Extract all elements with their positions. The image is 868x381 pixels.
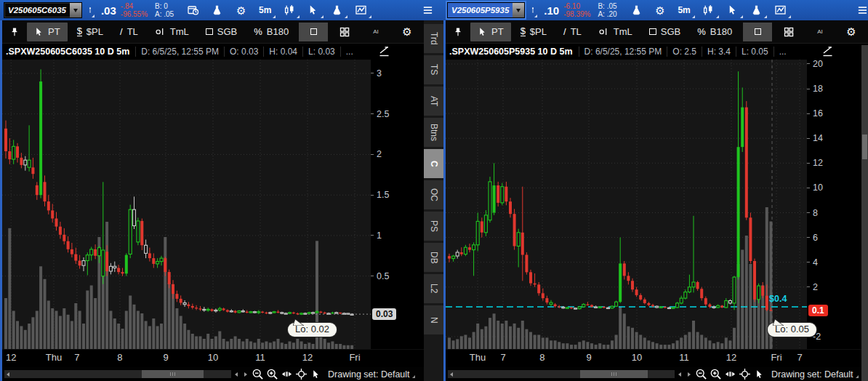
time-tick-label: 11 bbox=[679, 352, 689, 363]
sidebar-tab-at[interactable]: AT bbox=[424, 87, 443, 116]
flask-button[interactable] bbox=[205, 1, 229, 20]
time-scrollbar[interactable] bbox=[448, 370, 675, 378]
vertical-scrollbar-thumb[interactable] bbox=[862, 135, 867, 159]
candlestick-chart bbox=[446, 60, 807, 349]
chart-plot-area[interactable]: $0.4Lo: 0.05 bbox=[446, 60, 807, 349]
draw-tool-b180-button[interactable]: %B180 bbox=[246, 23, 296, 41]
price-axis[interactable]: 2018161412108642-20.1 bbox=[807, 60, 861, 349]
cursor-small-button[interactable] bbox=[752, 368, 766, 380]
chart-plot-area[interactable]: Lo: 0.02 bbox=[2, 60, 371, 349]
maximize-button[interactable] bbox=[299, 23, 328, 41]
step-right-button[interactable] bbox=[241, 369, 250, 379]
fit-button[interactable] bbox=[279, 368, 294, 380]
pin-toolbar-button[interactable] bbox=[446, 23, 470, 41]
gear-button[interactable]: ⚙ bbox=[837, 23, 866, 41]
draw-tool-tml-button[interactable]: TmL bbox=[591, 23, 640, 41]
sidebar-tab-c[interactable]: C bbox=[424, 149, 443, 178]
studies-flask-button[interactable] bbox=[325, 1, 349, 20]
cursor-small-button[interactable] bbox=[308, 368, 323, 380]
draw-tool-pl-button[interactable]: $$PL bbox=[513, 23, 554, 41]
step-left-button[interactable] bbox=[675, 369, 684, 379]
sidebar-tab-trd[interactable]: Trd bbox=[424, 24, 443, 53]
ohlc-field: ... bbox=[773, 47, 792, 57]
time-axis[interactable]: Thu789101112Fri7 bbox=[446, 349, 868, 367]
draw-tool-sgb-button[interactable]: SGB bbox=[642, 23, 688, 41]
patterns-button[interactable] bbox=[349, 1, 373, 20]
studies-flask-button[interactable] bbox=[744, 1, 768, 20]
draw-tool-b180-button[interactable]: %B180 bbox=[690, 23, 739, 41]
drawing-set-selector[interactable]: Drawing set: Default bbox=[771, 369, 860, 380]
calendar-clock-button[interactable] bbox=[181, 1, 205, 20]
zoom-out-button[interactable] bbox=[250, 368, 265, 380]
drawing-set-selector[interactable]: Drawing set: Default bbox=[328, 369, 417, 380]
price-axis[interactable]: 32.521.510.50.03 bbox=[371, 60, 424, 349]
grid4-button[interactable] bbox=[330, 23, 359, 41]
crosshair-icon bbox=[739, 368, 751, 380]
flask-button[interactable] bbox=[624, 1, 648, 20]
zoom-controls bbox=[250, 368, 323, 380]
cursor-tool-button[interactable] bbox=[301, 1, 325, 20]
time-scrollbar[interactable] bbox=[4, 370, 231, 378]
menu-button[interactable] bbox=[416, 1, 440, 20]
ai-button[interactable]: AI bbox=[805, 23, 835, 41]
sidebar-tab-ps[interactable]: PS bbox=[424, 212, 443, 241]
symbol-link-button[interactable] bbox=[84, 1, 96, 19]
studies-flask-icon bbox=[751, 4, 762, 16]
symbol-value[interactable]: V250605P5935 bbox=[448, 3, 513, 17]
symbol-dropdown-button[interactable] bbox=[70, 3, 81, 17]
symbol-dropdown-button[interactable] bbox=[513, 3, 524, 17]
fit-icon bbox=[281, 369, 293, 380]
gear-button[interactable]: ⚙ bbox=[393, 23, 422, 41]
symbol-input[interactable]: V250605P5935 bbox=[447, 2, 525, 18]
zoom-in-button[interactable] bbox=[708, 368, 723, 380]
draw-tool-pt-button[interactable]: PT bbox=[27, 23, 68, 41]
slash-icon: / bbox=[563, 26, 566, 37]
scrollbar-thumb[interactable] bbox=[580, 370, 648, 378]
candle-type-button[interactable] bbox=[696, 1, 720, 20]
time-tick-label: Fri bbox=[349, 352, 360, 363]
draw-tool-tl-button[interactable]: /TL bbox=[113, 23, 145, 41]
step-right-button[interactable] bbox=[684, 369, 694, 379]
maximize-button[interactable] bbox=[743, 23, 772, 41]
price-tick-label: 1.5 bbox=[371, 190, 389, 200]
scroll-left-icon[interactable] bbox=[450, 372, 453, 377]
step-left-button[interactable] bbox=[231, 369, 241, 379]
sidebar-tab-l2[interactable]: L2 bbox=[424, 274, 443, 303]
draw-tool-tl-button[interactable]: /TL bbox=[556, 23, 589, 41]
pin-toolbar-button[interactable] bbox=[2, 23, 27, 41]
gear-button[interactable]: ⚙ bbox=[648, 1, 672, 20]
symbol-link-button[interactable] bbox=[527, 1, 539, 19]
zoom-in-button[interactable] bbox=[265, 368, 279, 380]
bid-ask-stack: B: 0 A: .05 bbox=[155, 2, 174, 18]
vertical-scrollbar[interactable] bbox=[861, 45, 868, 381]
timeframe-button[interactable]: 5m bbox=[253, 1, 277, 20]
auto-scale-icon[interactable] bbox=[821, 45, 835, 60]
crosshair-button[interactable] bbox=[737, 368, 752, 380]
menu-button[interactable] bbox=[851, 1, 868, 20]
symbol-input[interactable]: V250605C6035 bbox=[4, 2, 82, 18]
sidebar-tab-n[interactable]: N bbox=[424, 305, 443, 334]
sidebar-tab-oc[interactable]: OC bbox=[424, 180, 443, 209]
scroll-left-icon[interactable] bbox=[7, 372, 9, 377]
draw-tool-tml-button[interactable]: TmL bbox=[148, 23, 196, 41]
ai-button[interactable]: AI bbox=[361, 23, 390, 41]
grid4-button[interactable] bbox=[774, 23, 803, 41]
cursor-tool-button[interactable] bbox=[720, 1, 744, 20]
sidebar-tab-ts[interactable]: TS bbox=[424, 55, 443, 84]
zoom-out-button[interactable] bbox=[694, 368, 708, 380]
auto-scale-icon[interactable] bbox=[377, 45, 391, 60]
crosshair-button[interactable] bbox=[294, 368, 308, 380]
candle-type-button[interactable] bbox=[277, 1, 301, 20]
gear-button[interactable]: ⚙ bbox=[229, 1, 253, 20]
draw-tool-pl-button[interactable]: $$PL bbox=[70, 23, 110, 41]
scrollbar-thumb[interactable] bbox=[142, 370, 204, 378]
sidebar-tab-db[interactable]: DB bbox=[424, 243, 443, 272]
timeframe-button[interactable]: 5m bbox=[672, 1, 696, 20]
draw-tool-sgb-button[interactable]: SGB bbox=[198, 23, 244, 41]
time-axis[interactable]: 12Thu789101112Fri bbox=[2, 349, 424, 367]
fit-button[interactable] bbox=[723, 368, 737, 380]
draw-tool-pt-button[interactable]: PT bbox=[470, 23, 511, 41]
symbol-value[interactable]: V250605C6035 bbox=[4, 3, 70, 17]
patterns-button[interactable] bbox=[768, 1, 792, 20]
sidebar-tab-btns[interactable]: Btns bbox=[424, 118, 443, 147]
